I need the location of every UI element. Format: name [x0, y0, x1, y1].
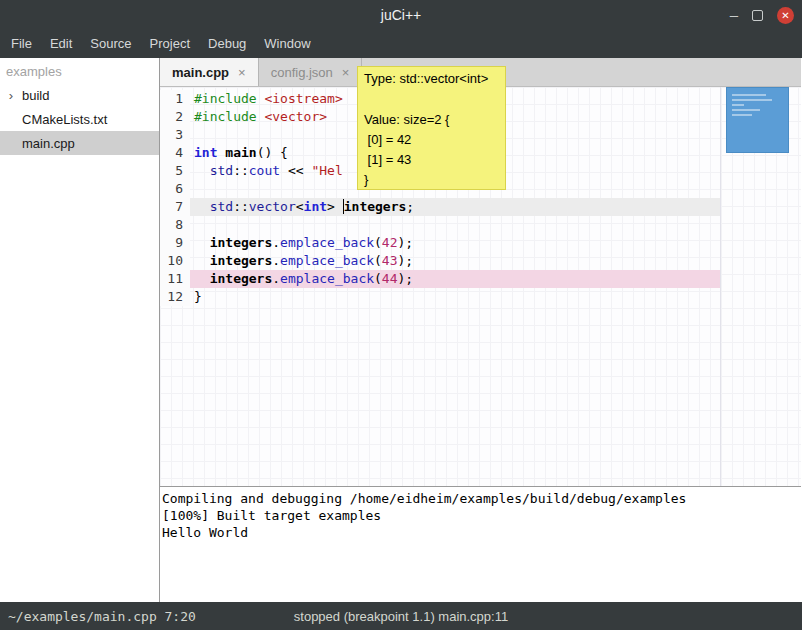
line-number[interactable]: 11: [160, 270, 190, 288]
line-number[interactable]: 5: [160, 162, 190, 180]
tab-main-cpp[interactable]: main.cpp ×: [160, 58, 259, 86]
code-token: cout: [249, 163, 280, 178]
menu-file[interactable]: File: [2, 30, 41, 58]
code-token: std: [210, 163, 233, 178]
tree-root-label: examples: [0, 58, 159, 83]
window-title: juCi++: [0, 0, 802, 30]
code-token: emplace_back: [280, 235, 374, 250]
tab-label: config.json: [271, 65, 333, 80]
gutter: 123456789101112: [160, 90, 190, 306]
menu-window[interactable]: Window: [255, 30, 319, 58]
close-icon[interactable]: ✕: [777, 7, 794, 24]
code-token: emplace_back: [280, 253, 374, 268]
line-number[interactable]: 12: [160, 288, 190, 306]
tree-item-cmakelists[interactable]: CMakeLists.txt: [0, 107, 159, 131]
file-tree-sidebar: examples › build CMakeLists.txt main.cpp: [0, 58, 160, 602]
line-number[interactable]: 1: [160, 90, 190, 108]
tree-item-label: CMakeLists.txt: [18, 112, 107, 127]
code-token: [194, 199, 210, 214]
output-panel[interactable]: Compiling and debugging /home/eidheim/ex…: [160, 486, 801, 602]
code-token: .: [272, 253, 280, 268]
line-number[interactable]: 3: [160, 126, 190, 144]
code-token: ::: [233, 199, 249, 214]
output-line: Compiling and debugging /home/eidheim/ex…: [162, 490, 799, 507]
status-debug-state: stopped (breakpoint 1.1) main.cpp:11: [294, 609, 508, 624]
line-number[interactable]: 2: [160, 108, 190, 126]
line-number[interactable]: 7: [160, 198, 190, 216]
code-token: [194, 253, 210, 268]
code-line[interactable]: }: [190, 288, 720, 306]
tree-item-build[interactable]: › build: [0, 83, 159, 107]
code-token: <<: [280, 163, 311, 178]
menu-edit[interactable]: Edit: [41, 30, 81, 58]
line-number[interactable]: 10: [160, 252, 190, 270]
tab-close-icon[interactable]: ×: [238, 65, 246, 80]
debug-value-tooltip: Type: std::vector<int> Value: size=2 { […: [357, 66, 506, 190]
code-token: emplace_back: [280, 271, 374, 286]
code-token: "Hel: [311, 163, 342, 178]
tree-item-label: build: [18, 88, 49, 103]
output-line: [100%] Built target examples: [162, 507, 799, 524]
code-token: ::: [233, 163, 249, 178]
editor-overview-map[interactable]: [726, 87, 789, 153]
tab-config-json[interactable]: config.json ×: [259, 58, 363, 86]
tooltip-value-line: Value: size=2 {: [364, 110, 499, 130]
tree-item-label: main.cpp: [18, 136, 75, 151]
line-number[interactable]: 6: [160, 180, 190, 198]
code-token: int: [304, 199, 327, 214]
tree-item-maincpp[interactable]: main.cpp: [0, 131, 159, 155]
code-line[interactable]: integers.emplace_back(44);: [190, 270, 720, 288]
line-number[interactable]: 8: [160, 216, 190, 234]
tooltip-type-line: Type: std::vector<int>: [364, 71, 499, 86]
code-token: main: [225, 145, 256, 160]
code-token: vector: [249, 199, 296, 214]
line-number[interactable]: 9: [160, 234, 190, 252]
code-token: integers: [210, 271, 273, 286]
code-line[interactable]: std::vector<int> integers;: [190, 198, 720, 216]
menu-debug[interactable]: Debug: [199, 30, 255, 58]
app-window: juCi++ – ✕ File Edit Source Project Debu…: [0, 0, 802, 630]
code-token: [194, 271, 210, 286]
code-token: );: [398, 271, 414, 286]
chevron-right-icon[interactable]: ›: [4, 88, 18, 103]
overview-line: [732, 114, 752, 116]
minimize-icon[interactable]: –: [730, 0, 738, 30]
code-line[interactable]: integers.emplace_back(42);: [190, 234, 720, 252]
code-token: <: [296, 199, 304, 214]
code-token: (: [374, 253, 382, 268]
menubar: File Edit Source Project Debug Window: [0, 30, 802, 58]
overview-line: [732, 99, 772, 101]
code-token: <vector>: [264, 109, 327, 124]
titlebar: juCi++ – ✕: [0, 0, 802, 30]
code-token: (: [374, 235, 382, 250]
overview-line: [732, 104, 744, 106]
statusbar: ~/examples/main.cpp 7:20 stopped (breakp…: [0, 602, 802, 630]
code-token: integers: [210, 235, 273, 250]
overview-line: [732, 109, 760, 111]
code-line[interactable]: [190, 216, 720, 234]
code-token: .: [272, 235, 280, 250]
code-token: int: [194, 145, 217, 160]
code-token: }: [194, 289, 202, 304]
tooltip-value-line: [1] = 43: [364, 150, 499, 170]
menu-source[interactable]: Source: [81, 30, 140, 58]
code-token: integers: [210, 253, 273, 268]
code-token: >: [327, 199, 343, 214]
code-token: .: [272, 271, 280, 286]
tooltip-value-line: }: [364, 170, 499, 190]
code-token: () {: [257, 145, 288, 160]
code-token: 42: [382, 235, 398, 250]
line-number[interactable]: 4: [160, 144, 190, 162]
code-token: );: [398, 235, 414, 250]
code-token: integers: [344, 199, 407, 214]
restore-icon[interactable]: [752, 10, 763, 21]
menu-project[interactable]: Project: [141, 30, 199, 58]
overview-line: [732, 94, 766, 96]
code-token: ;: [406, 199, 414, 214]
code-token: (: [374, 271, 382, 286]
code-token: std: [210, 199, 233, 214]
code-line[interactable]: integers.emplace_back(43);: [190, 252, 720, 270]
tab-close-icon[interactable]: ×: [342, 65, 350, 80]
code-token: 43: [382, 253, 398, 268]
tab-label: main.cpp: [172, 65, 229, 80]
